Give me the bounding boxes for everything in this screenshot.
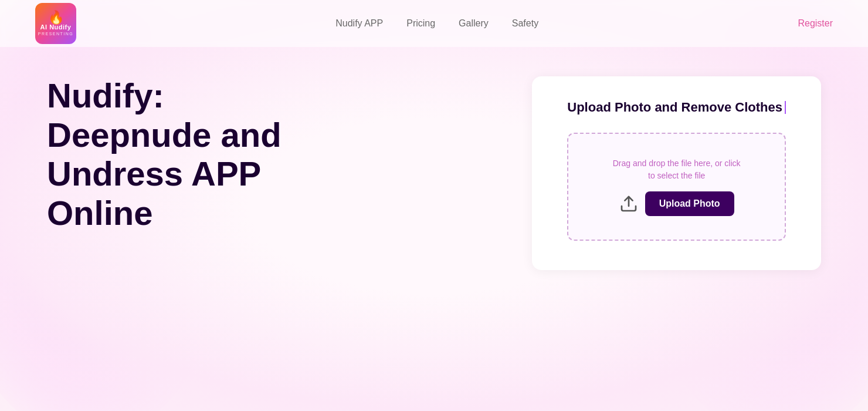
upload-icon-area: Upload Photo [619,191,734,216]
hero-section: Nudify: Deepnude and Undress APP Online [47,76,340,257]
main-nav: Nudify APP Pricing Gallery Safety [335,18,538,29]
upload-icon [619,194,638,213]
nav-link-pricing[interactable]: Pricing [406,18,435,29]
drop-zone-text: Drag and drop the file here, or click to… [613,157,741,182]
drop-zone[interactable]: Drag and drop the file here, or click to… [567,133,786,241]
upload-card: Upload Photo and Remove Clothes Drag and… [532,76,821,270]
logo-box: 🔥 AI Nudify PRESENTING [35,3,76,44]
title-line2: Deepnude and Undress APP Online [47,116,340,233]
nav-link-safety[interactable]: Safety [512,18,538,29]
cursor-blink [785,101,786,114]
title-line1: Nudify: [47,76,340,116]
logo-subtext: PRESENTING [38,32,74,36]
upload-photo-button[interactable]: Upload Photo [645,191,734,216]
logo-area: 🔥 AI Nudify PRESENTING [35,3,76,44]
main-content: Nudify: Deepnude and Undress APP Online … [0,47,868,270]
upload-card-heading: Upload Photo and Remove Clothes [567,100,786,115]
nav-link-gallery[interactable]: Gallery [459,18,489,29]
content-grid: Nudify: Deepnude and Undress APP Online … [47,76,821,270]
header: 🔥 AI Nudify PRESENTING Nudify APP Pricin… [0,0,868,47]
logo-name: AI Nudify [40,24,72,31]
logo-flame-icon: 🔥 [48,11,64,24]
page-title: Nudify: Deepnude and Undress APP Online [47,76,340,233]
register-link[interactable]: Register [798,18,833,29]
nav-link-nudify-app[interactable]: Nudify APP [335,18,383,29]
